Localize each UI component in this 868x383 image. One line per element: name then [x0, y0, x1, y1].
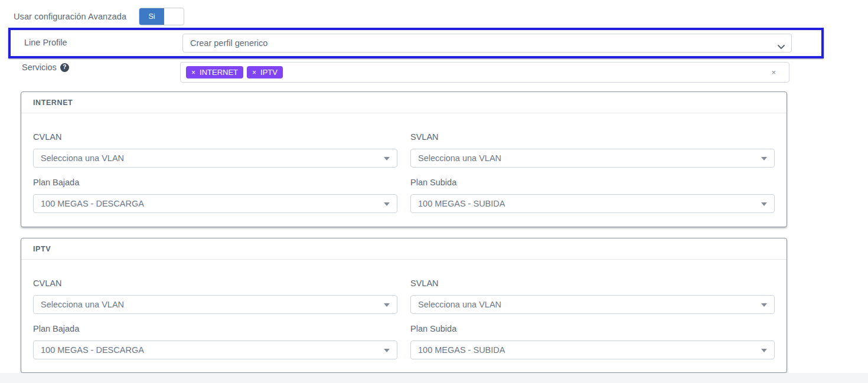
line-profile-label: Line Profile — [24, 38, 67, 47]
internet-panel-header: INTERNET — [21, 92, 787, 113]
iptv-panel: IPTV CVLAN Selecciona una VLAN SVLAN Sel… — [21, 238, 787, 373]
page-bottom-background — [0, 373, 868, 383]
line-profile-selected-value: Crear perfil generico — [190, 38, 267, 48]
cvlan-select[interactable]: Selecciona una VLAN — [33, 149, 397, 168]
iptv-panel-header: IPTV — [21, 238, 787, 260]
tag-label: IPTV — [260, 68, 278, 77]
plan-bajada-label: Plan Bajada — [33, 178, 397, 187]
caret-down-icon — [384, 202, 390, 206]
field-cvlan: CVLAN Selecciona una VLAN — [33, 132, 397, 168]
advanced-config-label: Usar configuración Avanzada — [14, 12, 126, 21]
chevron-down-icon — [777, 41, 785, 52]
svlan-placeholder: Selecciona una VLAN — [418, 153, 501, 163]
field-svlan: SVLAN Selecciona una VLAN — [410, 132, 775, 168]
svlan-select[interactable]: Selecciona una VLAN — [410, 295, 775, 314]
iptv-panel-title: IPTV — [33, 245, 51, 253]
cvlan-placeholder: Selecciona una VLAN — [41, 300, 124, 309]
plan-subida-value: 100 MEGAS - SUBIDA — [418, 345, 505, 355]
internet-panel: INTERNET CVLAN Selecciona una VLAN SVLAN… — [21, 91, 787, 227]
cvlan-label: CVLAN — [33, 279, 397, 288]
cvlan-label: CVLAN — [33, 132, 397, 142]
close-icon[interactable]: × — [252, 68, 256, 77]
servicios-label-group: Servicios ? — [22, 63, 69, 72]
caret-down-icon — [761, 349, 767, 352]
iptv-panel-body: CVLAN Selecciona una VLAN SVLAN Seleccio… — [21, 260, 787, 371]
svlan-select[interactable]: Selecciona una VLAN — [410, 149, 775, 168]
question-circle-icon[interactable]: ? — [60, 63, 69, 72]
plan-bajada-label: Plan Bajada — [33, 324, 397, 333]
field-plan-bajada: Plan Bajada 100 MEGAS - DESCARGA — [33, 324, 397, 359]
field-plan-bajada: Plan Bajada 100 MEGAS - DESCARGA — [33, 178, 397, 213]
caret-down-icon — [761, 202, 767, 206]
caret-down-icon — [384, 157, 390, 161]
svlan-placeholder: Selecciona una VLAN — [418, 300, 501, 309]
cvlan-select[interactable]: Selecciona una VLAN — [33, 295, 397, 314]
internet-panel-body: CVLAN Selecciona una VLAN SVLAN Seleccio… — [21, 113, 787, 225]
servicios-label: Servicios — [22, 63, 57, 72]
line-profile-select[interactable]: Crear perfil generico — [182, 34, 792, 53]
field-svlan: SVLAN Selecciona una VLAN — [410, 279, 775, 314]
internet-panel-title: INTERNET — [33, 99, 73, 107]
tag-internet[interactable]: × INTERNET — [186, 66, 243, 78]
plan-subida-value: 100 MEGAS - SUBIDA — [418, 199, 505, 208]
svlan-label: SVLAN — [410, 279, 775, 288]
field-cvlan: CVLAN Selecciona una VLAN — [33, 279, 397, 314]
caret-down-icon — [384, 303, 390, 307]
servicios-multiselect[interactable]: × INTERNET × IPTV × — [180, 62, 789, 83]
caret-down-icon — [384, 349, 390, 352]
advanced-config-row: Usar configuración Avanzada Si — [14, 8, 184, 25]
field-plan-subida: Plan Subida 100 MEGAS - SUBIDA — [410, 178, 775, 213]
plan-bajada-select[interactable]: 100 MEGAS - DESCARGA — [33, 194, 397, 213]
svlan-label: SVLAN — [410, 132, 775, 142]
tag-iptv[interactable]: × IPTV — [247, 66, 283, 78]
plan-subida-select[interactable]: 100 MEGAS - SUBIDA — [410, 194, 775, 213]
toggle-on-segment[interactable]: Si — [139, 8, 164, 25]
close-icon[interactable]: × — [191, 68, 195, 77]
tag-label: INTERNET — [200, 68, 238, 77]
plan-subida-label: Plan Subida — [410, 178, 775, 187]
field-plan-subida: Plan Subida 100 MEGAS - SUBIDA — [410, 324, 775, 359]
advanced-config-form: Usar configuración Avanzada Si Line Prof… — [0, 0, 868, 383]
line-profile-row-highlighted: Line Profile Crear perfil generico — [8, 28, 824, 58]
plan-subida-select[interactable]: 100 MEGAS - SUBIDA — [410, 341, 775, 359]
plan-bajada-value: 100 MEGAS - DESCARGA — [41, 199, 144, 208]
plan-subida-label: Plan Subida — [410, 324, 775, 333]
plan-bajada-value: 100 MEGAS - DESCARGA — [41, 345, 144, 355]
cvlan-placeholder: Selecciona una VLAN — [41, 153, 124, 163]
caret-down-icon — [761, 157, 767, 161]
plan-bajada-select[interactable]: 100 MEGAS - DESCARGA — [33, 341, 397, 359]
close-icon[interactable]: × — [771, 68, 776, 78]
caret-down-icon — [761, 303, 767, 307]
advanced-config-toggle[interactable]: Si — [139, 8, 184, 25]
